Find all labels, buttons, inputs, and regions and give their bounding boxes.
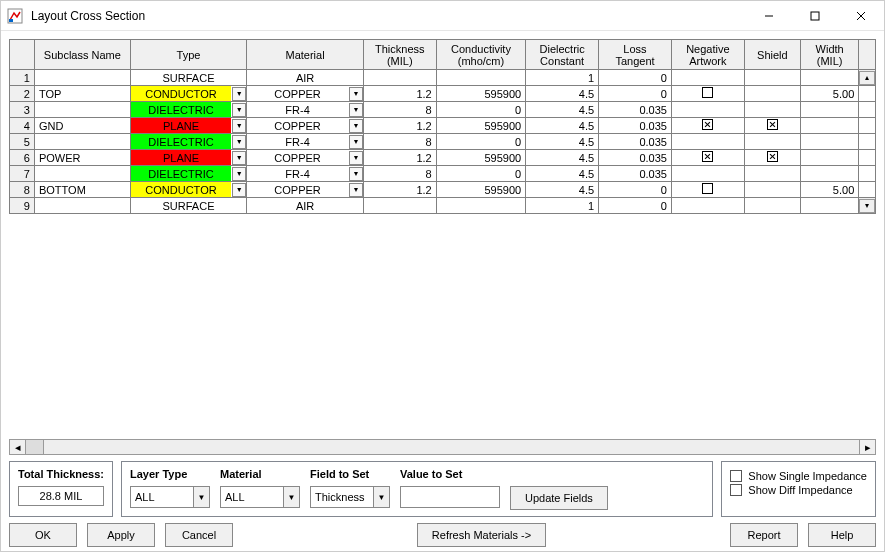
close-button[interactable] — [838, 1, 884, 31]
cell-dielectric-constant[interactable]: 4.5 — [526, 150, 599, 166]
cell-material[interactable]: FR-4▼ — [247, 134, 364, 150]
h-scroll-track[interactable] — [26, 440, 859, 454]
checkbox-checked-icon[interactable] — [702, 119, 713, 130]
refresh-materials-button[interactable]: Refresh Materials -> — [417, 523, 546, 547]
vertical-scrollbar-cell[interactable]: ▴ — [859, 70, 876, 86]
cell-material[interactable]: COPPER▼ — [247, 86, 364, 102]
dropdown-icon[interactable]: ▼ — [232, 119, 246, 133]
cell-width[interactable] — [800, 134, 858, 150]
cell-thickness[interactable] — [363, 198, 436, 214]
cell-type[interactable]: DIELECTRIC▼ — [130, 102, 247, 118]
value-to-set-input[interactable] — [400, 486, 500, 508]
apply-button[interactable]: Apply — [87, 523, 155, 547]
cell-shield[interactable] — [744, 150, 800, 166]
th-loss-tangent[interactable]: Loss Tangent — [599, 40, 672, 70]
layer-type-combo[interactable]: ALL ▼ — [130, 486, 210, 508]
checkbox-checked-icon[interactable] — [767, 119, 778, 130]
cell-type[interactable]: PLANE▼ — [130, 118, 247, 134]
dropdown-icon[interactable]: ▼ — [349, 167, 363, 181]
dropdown-icon[interactable]: ▼ — [349, 151, 363, 165]
dropdown-icon[interactable]: ▼ — [232, 183, 246, 197]
cell-width[interactable] — [800, 118, 858, 134]
vertical-scrollbar-cell[interactable] — [859, 118, 876, 134]
cell-subclass[interactable]: BOTTOM — [34, 182, 130, 198]
cell-dielectric-constant[interactable]: 4.5 — [526, 118, 599, 134]
cell-width[interactable] — [800, 166, 858, 182]
cell-type[interactable]: CONDUCTOR▼ — [130, 86, 247, 102]
cell-conductivity[interactable]: 595900 — [436, 86, 526, 102]
cell-dielectric-constant[interactable]: 4.5 — [526, 166, 599, 182]
cell-material[interactable]: COPPER▼ — [247, 118, 364, 134]
cell-type[interactable]: PLANE▼ — [130, 150, 247, 166]
cell-loss-tangent[interactable]: 0 — [599, 198, 672, 214]
th-dielectric-constant[interactable]: Dielectric Constant — [526, 40, 599, 70]
th-subclass[interactable]: Subclass Name — [34, 40, 130, 70]
cell-material[interactable]: FR-4▼ — [247, 102, 364, 118]
cell-conductivity[interactable]: 0 — [436, 102, 526, 118]
row-number[interactable]: 7 — [10, 166, 35, 182]
cell-loss-tangent[interactable]: 0.035 — [599, 102, 672, 118]
material-combo[interactable]: ALL ▼ — [220, 486, 300, 508]
row-number[interactable]: 3 — [10, 102, 35, 118]
cell-dielectric-constant[interactable]: 4.5 — [526, 134, 599, 150]
cell-conductivity[interactable]: 595900 — [436, 150, 526, 166]
cell-thickness[interactable]: 8 — [363, 134, 436, 150]
dropdown-icon[interactable]: ▼ — [349, 87, 363, 101]
cell-loss-tangent[interactable]: 0 — [599, 86, 672, 102]
cell-thickness[interactable]: 1.2 — [363, 150, 436, 166]
cell-width[interactable] — [800, 198, 858, 214]
cell-type[interactable]: DIELECTRIC▼ — [130, 134, 247, 150]
scroll-up-icon[interactable]: ▴ — [859, 71, 875, 85]
cell-loss-tangent[interactable]: 0.035 — [599, 166, 672, 182]
checkbox-checked-icon[interactable] — [702, 151, 713, 162]
checkbox-unchecked-icon[interactable] — [702, 87, 713, 98]
cell-dielectric-constant[interactable]: 4.5 — [526, 182, 599, 198]
cell-subclass[interactable]: TOP — [34, 86, 130, 102]
cell-thickness[interactable]: 8 — [363, 166, 436, 182]
cell-dielectric-constant[interactable]: 4.5 — [526, 102, 599, 118]
cell-loss-tangent[interactable]: 0 — [599, 182, 672, 198]
scroll-down-icon[interactable]: ▾ — [859, 199, 875, 213]
field-to-set-combo[interactable]: Thickness ▼ — [310, 486, 390, 508]
th-conductivity[interactable]: Conductivity (mho/cm) — [436, 40, 526, 70]
checkbox-unchecked-icon[interactable] — [702, 183, 713, 194]
minimize-button[interactable] — [746, 1, 792, 31]
cell-conductivity[interactable]: 0 — [436, 166, 526, 182]
update-fields-button[interactable]: Update Fields — [510, 486, 608, 510]
cell-type[interactable]: CONDUCTOR▼ — [130, 182, 247, 198]
cell-negative-artwork[interactable] — [671, 86, 744, 102]
th-width[interactable]: Width (MIL) — [800, 40, 858, 70]
horizontal-scrollbar[interactable]: ◂ ▸ — [9, 439, 876, 455]
cell-conductivity[interactable]: 595900 — [436, 182, 526, 198]
th-type[interactable]: Type — [130, 40, 247, 70]
cell-conductivity[interactable]: 595900 — [436, 118, 526, 134]
cell-subclass[interactable] — [34, 166, 130, 182]
row-number[interactable]: 1 — [10, 70, 35, 86]
dropdown-icon[interactable]: ▼ — [349, 135, 363, 149]
cell-loss-tangent[interactable]: 0.035 — [599, 134, 672, 150]
cell-width[interactable] — [800, 102, 858, 118]
vertical-scrollbar-cell[interactable] — [859, 166, 876, 182]
show-diff-impedance[interactable]: Show Diff Impedance — [730, 484, 867, 496]
vertical-scrollbar-cell[interactable] — [859, 134, 876, 150]
maximize-button[interactable] — [792, 1, 838, 31]
h-scroll-thumb[interactable] — [26, 440, 44, 454]
dropdown-icon[interactable]: ▼ — [349, 119, 363, 133]
cell-negative-artwork[interactable] — [671, 182, 744, 198]
cell-width[interactable] — [800, 70, 858, 86]
dropdown-icon[interactable]: ▼ — [232, 167, 246, 181]
cell-material[interactable]: COPPER▼ — [247, 182, 364, 198]
cell-width[interactable] — [800, 150, 858, 166]
cell-conductivity[interactable]: 0 — [436, 134, 526, 150]
cell-conductivity[interactable] — [436, 70, 526, 86]
dropdown-icon[interactable]: ▼ — [349, 183, 363, 197]
cell-dielectric-constant[interactable]: 1 — [526, 70, 599, 86]
ok-button[interactable]: OK — [9, 523, 77, 547]
checkbox-checked-icon[interactable] — [767, 151, 778, 162]
th-thickness[interactable]: Thickness (MIL) — [363, 40, 436, 70]
help-button[interactable]: Help — [808, 523, 876, 547]
cell-width[interactable]: 5.00 — [800, 182, 858, 198]
cell-subclass[interactable] — [34, 70, 130, 86]
show-single-impedance[interactable]: Show Single Impedance — [730, 470, 867, 482]
dropdown-icon[interactable]: ▼ — [232, 151, 246, 165]
